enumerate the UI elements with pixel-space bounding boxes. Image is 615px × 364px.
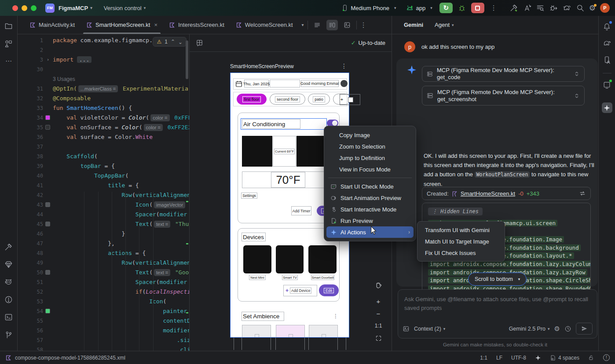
model-selector[interactable]: Gemini 2.5 Pro▾ [509, 326, 550, 332]
submenu-item-fix-ui-check[interactable]: Fix UI Check Issues [420, 247, 502, 258]
terminal-button[interactable] [4, 312, 14, 322]
attach-image-icon[interactable] [403, 325, 410, 332]
menu-item-start-interactive-mode[interactable]: Start Interactive Mode [326, 204, 414, 215]
problems-button[interactable] [4, 294, 14, 305]
hidden-lines-chip[interactable]: ⋮ Hidden Lines [428, 207, 483, 215]
split-view-button[interactable] [326, 20, 338, 30]
caret-position[interactable]: 1:1 [480, 355, 487, 361]
mode-selector[interactable]: Agent▾ [435, 22, 454, 28]
rerun-button[interactable]: ↻ [439, 3, 453, 13]
user-avatar[interactable]: P [600, 3, 610, 13]
error-highlight-icon[interactable]: ! [603, 354, 610, 361]
build-tool-button[interactable] [4, 241, 14, 252]
more-actions-kebab[interactable]: ⋮ [491, 4, 497, 12]
gradle-button[interactable] [602, 38, 612, 48]
editor-scrollbar[interactable] [186, 40, 188, 79]
tool-call-card[interactable]: MCP (Figma Remote Dev Mode MCP Server): … [422, 66, 585, 82]
gemini-settings-icon[interactable]: ⚙ [554, 325, 560, 333]
preview-status[interactable]: ✓ Up-to-date [351, 40, 385, 46]
ai-spark-icon [330, 229, 337, 236]
indent-widget[interactable]: 4 spaces [550, 355, 579, 361]
menu-item-view-in-focus-mode[interactable]: View in Focus Mode [326, 164, 414, 175]
menu-item-start-ui-check[interactable]: Start UI Check Mode [326, 181, 414, 192]
debug-button[interactable] [458, 4, 466, 12]
find-in-logs-icon[interactable] [536, 4, 545, 12]
zoom-out-button[interactable]: − [373, 308, 384, 319]
project-selector[interactable]: FigmaMCP▾ [59, 5, 92, 11]
gemini-tool-button[interactable] [602, 102, 612, 113]
project-tool-button[interactable] [4, 21, 14, 31]
component-selection-box[interactable] [340, 94, 360, 105]
menu-item-run-preview[interactable]: Run Preview [326, 215, 414, 226]
code-line: 46 } [18, 229, 189, 239]
gemini-header: Gemini Agent▾ [392, 16, 598, 34]
attach-debugger-icon[interactable] [549, 4, 558, 12]
more-tools-button[interactable]: ⋯ [4, 56, 14, 66]
maximize-window-button[interactable] [31, 5, 37, 11]
design-view-button[interactable] [341, 20, 353, 30]
code-line: 51 Spacer(modifier [18, 277, 189, 287]
menu-item-start-animation-preview[interactable]: Start Animation Preview [326, 192, 414, 204]
zoom-level-button[interactable]: 1:1 [373, 320, 384, 331]
unlock-icon[interactable] [588, 354, 594, 361]
tab-overflow-chevron[interactable]: ▾ [302, 22, 304, 27]
line-separator[interactable]: LF [496, 355, 502, 361]
send-button[interactable] [576, 323, 593, 335]
submenu-item-match-ui[interactable]: Match UI to Target Image [420, 236, 502, 247]
chevron-down-icon: ▾ [548, 327, 550, 331]
created-file-link[interactable]: SmartHomeScreen.kt [461, 190, 515, 197]
vcs-selector[interactable]: Version control▾ [104, 5, 146, 11]
running-devices-button[interactable] [602, 80, 612, 90]
close-tab-icon[interactable]: × [154, 22, 157, 28]
next-issue-chevron[interactable]: ⌃ [178, 39, 183, 45]
device-selector[interactable]: Medium Phone▾ [341, 4, 396, 11]
stop-button[interactable] [471, 3, 484, 13]
run-config-selector[interactable]: app▾ [406, 5, 432, 11]
preview-layout-icon[interactable] [196, 39, 203, 47]
preview-options-kebab[interactable]: ⋮ [341, 62, 347, 69]
search-everywhere-icon[interactable] [576, 4, 585, 12]
file-encoding[interactable]: UTF-8 [511, 355, 526, 361]
close-window-button[interactable] [12, 5, 18, 11]
notifications-button[interactable] [602, 21, 612, 32]
chip-second-floor: second floor [270, 94, 305, 105]
chip-patio: patio [308, 94, 330, 105]
diff-icon[interactable] [579, 190, 586, 197]
logcat-button[interactable] [4, 277, 14, 287]
code-editor[interactable]: 1package com.example.figmamcp.u23›import… [18, 34, 189, 351]
zoom-fit-button[interactable] [373, 332, 384, 344]
history-icon[interactable] [564, 325, 571, 332]
version-control-button[interactable] [4, 329, 14, 340]
settings-icon[interactable]: ⚙ [589, 4, 596, 13]
gradle-sync-icon[interactable] [562, 4, 571, 12]
context-selector[interactable]: Context (2)▾ [414, 326, 445, 332]
editor-options-kebab[interactable]: ⋮ [360, 21, 367, 29]
device-mirror-button[interactable] [602, 55, 612, 65]
tab-interestsscreen[interactable]: InterestsScreen.kt [163, 16, 230, 34]
code-view-button[interactable] [311, 20, 323, 30]
minimize-window-button[interactable] [22, 5, 27, 11]
selection-handle[interactable] [348, 97, 353, 102]
add-device-button: + Add Device [283, 285, 317, 296]
menu-item-jump-to-definition[interactable]: Jump to Definition [326, 152, 414, 164]
spark-icon[interactable] [535, 355, 541, 361]
run-preview-icon [330, 217, 337, 224]
tool-call-card[interactable]: MCP (Figma Remote Dev Mode MCP Server): … [422, 86, 585, 106]
resource-manager-button[interactable] [4, 38, 14, 49]
zoom-in-button[interactable]: + [373, 295, 384, 307]
build-icon[interactable] [509, 4, 518, 12]
inspections-widget[interactable]: ⚠ 1 ⌃ ⌃ [153, 37, 187, 47]
menu-item-zoom-to-selection[interactable]: Zoom to Selection [326, 141, 414, 152]
prev-issue-chevron[interactable]: ⌃ [171, 39, 175, 45]
tab-smarthomescreen[interactable]: SmartHomeScreen.kt × [81, 16, 163, 34]
pan-tool-button[interactable] [373, 280, 384, 291]
prompt-input[interactable]: Ask Gemini, use @filename to attach sour… [398, 289, 597, 339]
menu-item-copy-image[interactable]: Copy Image [326, 129, 414, 141]
sync-a-icon[interactable] [523, 4, 531, 12]
app-quality-insights-button[interactable] [4, 259, 14, 269]
tab-mainactivity[interactable]: MainActivity.kt [24, 16, 81, 34]
tab-welcomescreen[interactable]: WelcomeScreen.kt [230, 16, 299, 34]
submenu-item-transform-ui[interactable]: Transform UI with Gemini [420, 224, 502, 236]
code-line: 34 val violetColor = Color(color = 0xFFE… [18, 113, 189, 123]
scroll-to-bottom-button[interactable]: Scroll to bottom ▾ [468, 273, 527, 286]
